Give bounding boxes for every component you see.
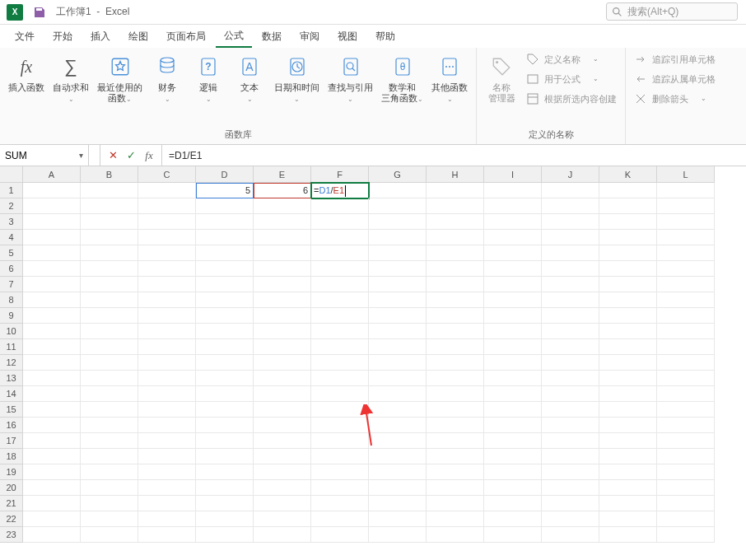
cell-B23[interactable] [81, 527, 138, 543]
cell-K12[interactable] [599, 355, 657, 371]
cell-F21[interactable] [311, 496, 369, 511]
cell-K2[interactable] [599, 198, 657, 214]
cell-E10[interactable] [254, 324, 311, 339]
row-header-11[interactable]: 11 [0, 339, 23, 355]
col-header-F[interactable]: F [311, 166, 369, 183]
cell-F4[interactable] [311, 230, 369, 245]
cell-I20[interactable] [484, 480, 542, 496]
row-header-17[interactable]: 17 [0, 433, 23, 449]
cell-C17[interactable] [138, 433, 196, 449]
cell-B14[interactable] [81, 386, 138, 402]
cell-J7[interactable] [542, 277, 599, 292]
cell-E19[interactable] [254, 464, 311, 480]
row-header-12[interactable]: 12 [0, 355, 23, 371]
cell-H14[interactable] [427, 386, 484, 402]
cell-L3[interactable] [657, 214, 715, 230]
fx-button[interactable]: fx [140, 147, 158, 165]
cell-C10[interactable] [138, 324, 196, 339]
cell-F6[interactable] [311, 261, 369, 277]
logic-button[interactable]: ? 逻辑⌄ [189, 51, 228, 107]
cell-B21[interactable] [81, 496, 138, 511]
cell-B10[interactable] [81, 324, 138, 339]
cell-K21[interactable] [599, 496, 657, 511]
cell-E6[interactable] [254, 261, 311, 277]
cell-D3[interactable] [196, 214, 254, 230]
cell-H10[interactable] [427, 324, 484, 339]
col-header-G[interactable]: G [369, 166, 427, 183]
cell-L7[interactable] [657, 277, 715, 292]
cell-B1[interactable] [81, 183, 138, 198]
tab-开始[interactable]: 开始 [44, 26, 81, 47]
cell-D12[interactable] [196, 355, 254, 371]
row-header-21[interactable]: 21 [0, 496, 23, 511]
cell-J1[interactable] [542, 183, 599, 198]
other-functions-button[interactable]: 其他函数⌄ [428, 51, 471, 107]
cell-A19[interactable] [23, 464, 81, 480]
cell-F13[interactable] [311, 371, 369, 386]
cell-L1[interactable] [657, 183, 715, 198]
cell-J13[interactable] [542, 371, 599, 386]
cell-K1[interactable] [599, 183, 657, 198]
save-icon[interactable] [31, 4, 48, 21]
cell-G22[interactable] [369, 511, 427, 527]
row-header-10[interactable]: 10 [0, 324, 23, 339]
row-header-8[interactable]: 8 [0, 292, 23, 308]
cell-K11[interactable] [599, 339, 657, 355]
datetime-button[interactable]: 日期和时间⌄ [271, 51, 323, 107]
cell-C13[interactable] [138, 371, 196, 386]
cell-H16[interactable] [427, 418, 484, 433]
cell-G6[interactable] [369, 261, 427, 277]
row-header-4[interactable]: 4 [0, 230, 23, 245]
col-header-L[interactable]: L [657, 166, 715, 183]
cell-K18[interactable] [599, 449, 657, 464]
cell-H5[interactable] [427, 245, 484, 261]
cell-E8[interactable] [254, 292, 311, 308]
cell-I2[interactable] [484, 198, 542, 214]
row-header-5[interactable]: 5 [0, 245, 23, 261]
cell-I1[interactable] [484, 183, 542, 198]
cell-J17[interactable] [542, 433, 599, 449]
row-header-18[interactable]: 18 [0, 449, 23, 464]
cell-G14[interactable] [369, 386, 427, 402]
autosum-button[interactable]: ∑ 自动求和⌄ [49, 51, 92, 107]
cell-B18[interactable] [81, 449, 138, 464]
cell-L8[interactable] [657, 292, 715, 308]
cell-C2[interactable] [138, 198, 196, 214]
cell-K23[interactable] [599, 527, 657, 543]
row-header-14[interactable]: 14 [0, 386, 23, 402]
cell-L23[interactable] [657, 527, 715, 543]
cell-K13[interactable] [599, 371, 657, 386]
cell-J3[interactable] [542, 214, 599, 230]
finance-button[interactable]: 财务⌄ [147, 51, 187, 107]
cell-D13[interactable] [196, 371, 254, 386]
cell-I18[interactable] [484, 449, 542, 464]
cell-A12[interactable] [23, 355, 81, 371]
formula-input[interactable]: =D1/E1 [162, 145, 746, 166]
cell-D16[interactable] [196, 418, 254, 433]
cell-C20[interactable] [138, 480, 196, 496]
col-header-J[interactable]: J [542, 166, 599, 183]
cell-D23[interactable] [196, 527, 254, 543]
cell-L16[interactable] [657, 418, 715, 433]
cell-L10[interactable] [657, 324, 715, 339]
create-from-selection-button[interactable]: 根据所选内容创建 [523, 91, 620, 107]
cell-A22[interactable] [23, 511, 81, 527]
cell-C15[interactable] [138, 402, 196, 418]
cell-I9[interactable] [484, 308, 542, 324]
cell-L20[interactable] [657, 480, 715, 496]
cell-D19[interactable] [196, 464, 254, 480]
recent-functions-button[interactable]: 最近使用的 函数⌄ [94, 51, 146, 107]
cell-F22[interactable] [311, 511, 369, 527]
cell-B7[interactable] [81, 277, 138, 292]
cell-D10[interactable] [196, 324, 254, 339]
cell-C19[interactable] [138, 464, 196, 480]
cell-A11[interactable] [23, 339, 81, 355]
cell-F20[interactable] [311, 480, 369, 496]
cell-H22[interactable] [427, 511, 484, 527]
cell-F1[interactable]: =D1/E1 [311, 183, 369, 198]
cell-L13[interactable] [657, 371, 715, 386]
cell-L12[interactable] [657, 355, 715, 371]
cell-I16[interactable] [484, 418, 542, 433]
cell-A14[interactable] [23, 386, 81, 402]
row-header-22[interactable]: 22 [0, 511, 23, 527]
